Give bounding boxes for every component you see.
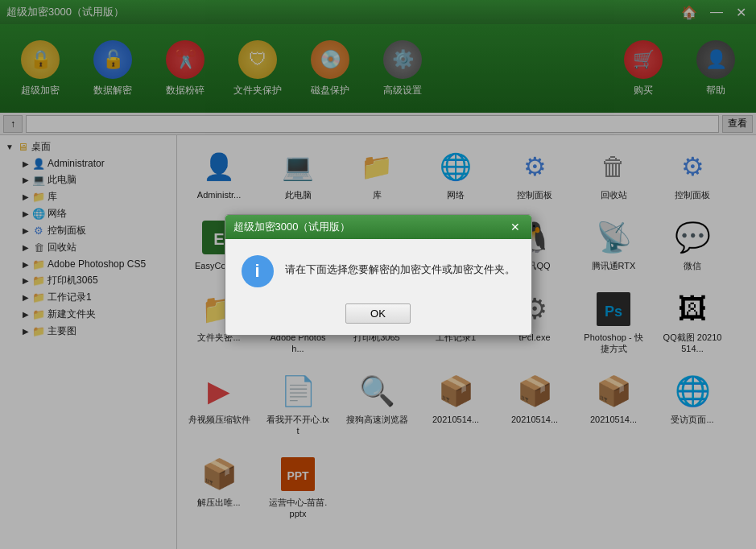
modal-overlay: 超级加密3000（试用版） ✕ i 请在下面选择您要解密的加密文件或加密文件夹。… <box>0 0 756 549</box>
modal-footer: OK <box>225 295 531 335</box>
modal-body: i 请在下面选择您要解密的加密文件或加密文件夹。 <box>225 239 531 295</box>
info-icon: i <box>242 255 274 287</box>
ok-button[interactable]: OK <box>345 303 411 324</box>
modal-dialog: 超级加密3000（试用版） ✕ i 请在下面选择您要解密的加密文件或加密文件夹。… <box>225 214 532 336</box>
modal-close-button[interactable]: ✕ <box>507 221 523 233</box>
modal-title: 超级加密3000（试用版） <box>233 220 351 234</box>
modal-message: 请在下面选择您要解密的加密文件或加密文件夹。 <box>285 255 515 278</box>
modal-title-bar: 超级加密3000（试用版） ✕ <box>225 215 531 239</box>
